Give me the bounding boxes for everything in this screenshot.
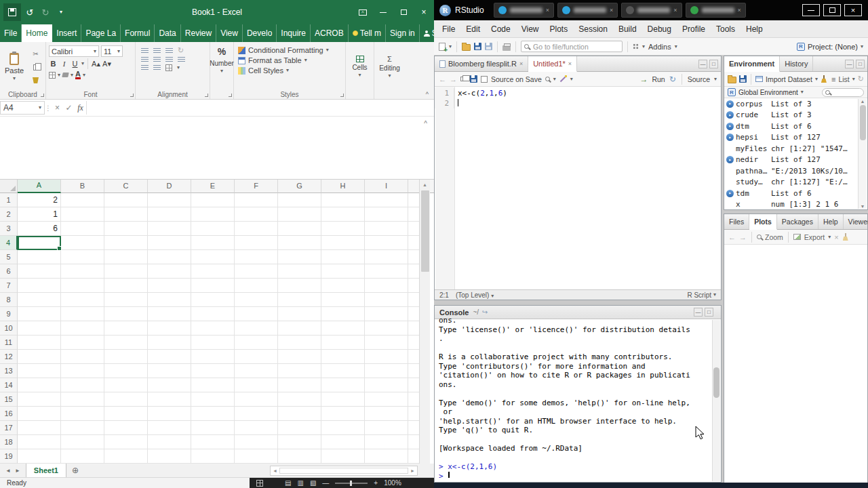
cell-E18[interactable] (191, 435, 235, 449)
addins-caret-icon[interactable]: ▾ (675, 44, 677, 49)
save-workspace-icon[interactable] (739, 75, 747, 83)
cell-D13[interactable] (148, 364, 191, 378)
column-header-d[interactable]: D (148, 180, 191, 193)
zoom-out-icon[interactable]: — (322, 479, 329, 487)
cell-C16[interactable] (104, 407, 148, 421)
code-editor[interactable]: 1x<-c(2,1,6)2 (435, 87, 721, 291)
tab-history[interactable]: History (780, 56, 813, 71)
zoom-slider[interactable] (335, 483, 368, 484)
cell-B5[interactable] (61, 250, 104, 264)
cell-E4[interactable] (191, 236, 235, 250)
collapse-ribbon-icon[interactable]: ^ (426, 91, 429, 98)
cell-G10[interactable] (278, 321, 321, 336)
list-view-icon[interactable]: ≡ (831, 75, 835, 83)
cell-A7[interactable] (18, 279, 61, 293)
cell-H2[interactable] (321, 207, 365, 222)
cell-F14[interactable] (235, 378, 278, 392)
cell-I15[interactable] (365, 392, 408, 407)
cell-G3[interactable] (278, 222, 321, 236)
ribbon-tab-home[interactable]: Home (22, 24, 52, 42)
export-label[interactable]: Export (804, 233, 825, 241)
cell-H3[interactable] (321, 222, 365, 236)
column-header-g[interactable]: G (278, 180, 321, 193)
row-header-3[interactable]: 3 (0, 222, 18, 236)
clear-plots-icon[interactable] (842, 233, 849, 241)
cell-C11[interactable] (104, 336, 148, 350)
save-icon[interactable] (474, 43, 481, 50)
cell-I17[interactable] (365, 421, 408, 435)
cell-B19[interactable] (61, 449, 104, 464)
cell-E14[interactable] (191, 378, 235, 392)
row-header-18[interactable]: 18 (0, 435, 18, 449)
env-row-hepsi[interactable]: hepsiList of 127 (724, 132, 867, 144)
close-tab-icon[interactable]: × (519, 60, 523, 67)
cell-F11[interactable] (235, 336, 278, 350)
cell-I9[interactable] (365, 307, 408, 321)
row-header-7[interactable]: 7 (0, 279, 18, 293)
cell-E19[interactable] (191, 449, 235, 464)
cell-C14[interactable] (104, 378, 148, 392)
cell-F13[interactable] (235, 364, 278, 378)
row-header-16[interactable]: 16 (0, 407, 18, 421)
run-label[interactable]: Run (652, 75, 665, 83)
cell-I1[interactable] (365, 193, 408, 207)
cell-A11[interactable] (18, 336, 61, 350)
row-header-17[interactable]: 17 (0, 421, 18, 435)
clipboard-dialog-launcher[interactable] (41, 94, 44, 97)
menu-tools[interactable]: Tools (711, 20, 741, 37)
maximize-pane-icon[interactable]: □ (709, 60, 718, 68)
underline-button[interactable]: U (71, 59, 79, 69)
menu-view[interactable]: View (516, 20, 545, 37)
cell-H5[interactable] (321, 250, 365, 264)
env-row-study[interactable]: study…chr [1:127] "E:/… (724, 177, 867, 188)
cell-E10[interactable] (191, 321, 235, 336)
save-icon[interactable] (470, 75, 477, 83)
menu-plots[interactable]: Plots (545, 20, 574, 37)
cell-G17[interactable] (278, 421, 321, 435)
cell-styles-button[interactable]: Cell Styles ▾ (238, 66, 341, 75)
console-prompt-line[interactable]: > (439, 472, 717, 479)
cell-E6[interactable] (191, 264, 235, 279)
cell-I19[interactable] (365, 449, 408, 464)
styles-dialog-launcher[interactable] (340, 94, 344, 97)
cell-F19[interactable] (235, 449, 278, 464)
scroll-right-icon[interactable]: ► (410, 468, 415, 473)
row-header-4[interactable]: 4 (0, 236, 18, 250)
close-tab-icon[interactable]: × (568, 60, 572, 67)
cell-D3[interactable] (148, 222, 191, 236)
addins-label[interactable]: Addins (648, 43, 671, 51)
cells-group[interactable]: Cells ▾ (346, 42, 374, 99)
cell-C4[interactable] (104, 236, 148, 250)
cell-D18[interactable] (148, 435, 191, 449)
cell-F5[interactable] (235, 250, 278, 264)
console-title[interactable]: Console (439, 308, 469, 317)
decrease-font-button[interactable]: A▾ (102, 59, 111, 69)
find-replace-icon[interactable] (545, 77, 550, 81)
tab-files[interactable]: Files (724, 214, 749, 229)
cell-B8[interactable] (61, 293, 104, 307)
editing-group[interactable]: Σ Editing ▾ (374, 42, 405, 99)
percent-style-button[interactable]: % (212, 46, 232, 57)
blurred-tab[interactable]: × (557, 3, 618, 18)
cell-C17[interactable] (104, 421, 148, 435)
cell-C19[interactable] (104, 449, 148, 464)
cell-G12[interactable] (278, 350, 321, 364)
horizontal-scroll-thumb[interactable] (279, 468, 408, 474)
blurred-tab[interactable]: × (686, 3, 746, 18)
expand-object-icon[interactable] (726, 100, 734, 108)
ribbon-tab-review[interactable]: Review (181, 24, 216, 42)
row-header-12[interactable]: 12 (0, 350, 18, 364)
cell-G8[interactable] (278, 293, 321, 307)
cell-H1[interactable] (321, 193, 365, 207)
name-box[interactable]: A4 ▾ (0, 101, 45, 115)
cell-E9[interactable] (191, 307, 235, 321)
cell-F4[interactable] (235, 236, 278, 250)
row-header-14[interactable]: 14 (0, 378, 18, 392)
cell-I16[interactable] (365, 407, 408, 421)
ribbon-tab-view[interactable]: View (216, 24, 243, 42)
row-header-5[interactable]: 5 (0, 250, 18, 264)
cell-F7[interactable] (235, 279, 278, 293)
ribbon-tab-data[interactable]: Data (155, 24, 180, 42)
cell-E11[interactable] (191, 336, 235, 350)
cell-B14[interactable] (61, 378, 104, 392)
